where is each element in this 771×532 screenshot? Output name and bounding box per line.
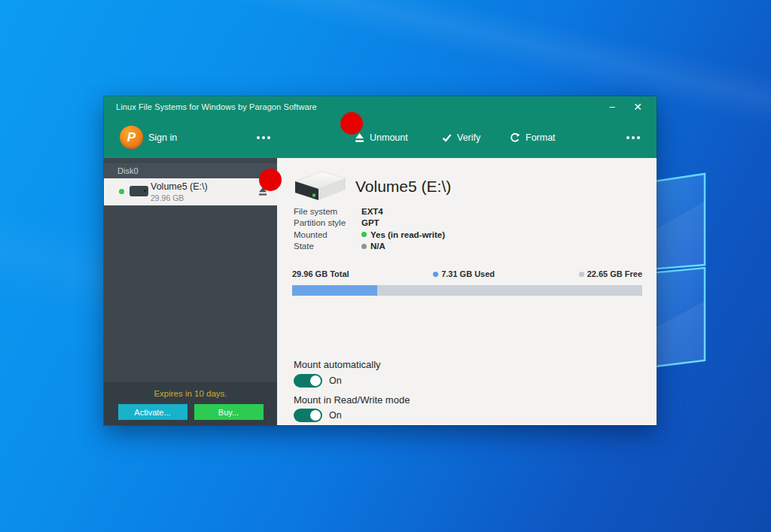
sidebar-volume-item-selected[interactable]: Volume5 (E:\) 29.96 GB (104, 178, 277, 205)
paragon-logo-icon: P (120, 126, 143, 149)
sign-in-button[interactable]: P Sign in (120, 117, 177, 158)
license-expires-text: Expires in 10 days. (154, 389, 227, 398)
verify-label: Verify (457, 132, 480, 143)
free-legend-dot (579, 272, 584, 277)
volume-name: Volume5 (E:\) (151, 181, 208, 192)
external-drive-icon (291, 169, 349, 203)
disk-group-header: Disk0 (104, 163, 277, 178)
volume-title: Volume5 (E:\) (355, 178, 451, 196)
format-label: Format (526, 132, 556, 143)
sidebar-empty-area (104, 205, 277, 382)
ellipsis-icon (257, 136, 270, 139)
window-title: Linux File Systems for Windows by Parago… (104, 102, 599, 111)
activate-button[interactable]: Activate... (118, 404, 187, 420)
toggle-state-text: On (329, 375, 342, 386)
mount-readwrite-label: Mount in Read/Write mode (294, 394, 410, 406)
mount-automatically-toggle[interactable] (294, 374, 322, 388)
detail-row: File system EXT4 (294, 205, 445, 217)
storage-usage-section: 29.96 GB Total 7.31 GB Used 22.65 GB Fre… (292, 269, 642, 296)
used-legend-dot (433, 272, 438, 277)
close-button[interactable]: ✕ (625, 96, 651, 117)
verify-button[interactable]: Verify (442, 117, 480, 158)
mount-readwrite-row: On (294, 409, 342, 422)
license-panel: Expires in 10 days. Activate... Buy... (104, 382, 277, 425)
storage-bar-fill (292, 285, 377, 296)
mount-automatically-row: On (294, 374, 342, 388)
app-body: Disk0 Volume5 (E:\) 29.96 GB Expires in … (104, 158, 657, 425)
toggle-state-text: On (329, 410, 342, 421)
disk-label: Disk0 (117, 166, 139, 175)
app-window: Linux File Systems for Windows by Parago… (104, 96, 657, 425)
drive-icon (130, 186, 148, 196)
red-annotation-dot-volume (259, 169, 282, 191)
sidebar: Disk0 Volume5 (E:\) 29.96 GB Expires in … (104, 158, 277, 425)
storage-total-label: 29.96 GB Total (292, 269, 349, 278)
state-gray-dot (361, 244, 367, 249)
mount-automatically-label: Mount automatically (294, 359, 381, 370)
detail-row: Partition style GPT (294, 217, 445, 230)
more-menu-left-button[interactable] (257, 117, 270, 158)
more-menu-right-button[interactable] (626, 117, 640, 158)
toggle-knob (310, 410, 321, 421)
buy-button[interactable]: Buy... (194, 404, 264, 420)
mounted-status-dot (119, 189, 124, 194)
ellipsis-icon (626, 136, 640, 139)
unmount-label: Unmount (370, 132, 408, 143)
detail-row: State N/A (294, 241, 445, 253)
format-button[interactable]: Format (510, 117, 556, 158)
mount-readwrite-toggle[interactable] (294, 409, 322, 422)
format-refresh-icon (510, 132, 520, 143)
volume-detail-list: File system EXT4 Partition style GPT Mou… (294, 205, 445, 252)
titlebar: Linux File Systems for Windows by Parago… (104, 96, 657, 117)
storage-free-label: 22.65 GB Free (579, 269, 642, 278)
toolbar: P Sign in Unmount Verify (104, 117, 657, 158)
sign-in-label: Sign in (148, 132, 177, 143)
volume-details-panel: Volume5 (E:\) File system EXT4 Partition… (277, 158, 657, 425)
detail-row: Mounted Yes (in read-write) (294, 229, 445, 241)
volume-size: 29.96 GB (151, 193, 184, 202)
check-icon (442, 133, 452, 142)
storage-bar-track (292, 285, 642, 296)
mounted-green-dot (361, 232, 367, 237)
toggle-knob (310, 375, 321, 386)
windows-desktop: Linux File Systems for Windows by Parago… (0, 0, 771, 532)
red-annotation-dot-unmount (340, 112, 363, 135)
storage-used-label: 7.31 GB Used (349, 269, 579, 278)
minimize-button[interactable]: – (599, 96, 625, 117)
